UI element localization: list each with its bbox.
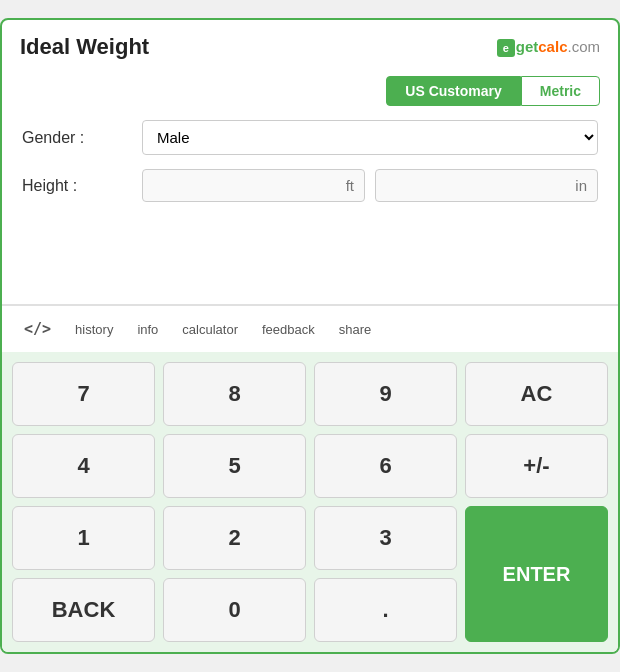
gender-label: Gender : [22,129,142,147]
logo-calc: calc [538,38,567,55]
key-3[interactable]: 3 [314,506,457,570]
key-2[interactable]: 2 [163,506,306,570]
gender-row: Gender : Male Female [20,120,600,155]
key-enter[interactable]: ENTER [465,506,608,642]
key-back[interactable]: BACK [12,578,155,642]
key-8[interactable]: 8 [163,362,306,426]
calculator-container: Ideal Weight egetcalc.com US Customary M… [0,18,620,654]
gender-select[interactable]: Male Female [142,120,598,155]
key-6[interactable]: 6 [314,434,457,498]
header-area: Ideal Weight egetcalc.com US Customary M… [2,20,618,305]
unit-metric[interactable]: Metric [521,76,600,106]
key-4[interactable]: 4 [12,434,155,498]
key-7[interactable]: 7 [12,362,155,426]
key-5[interactable]: 5 [163,434,306,498]
height-inputs [142,169,598,202]
key-ac[interactable]: AC [465,362,608,426]
nav-share[interactable]: share [327,318,384,341]
nav-info[interactable]: info [125,318,170,341]
logo-get: get [516,38,539,55]
keypad: 7 8 9 AC 4 5 6 +/- 1 2 3 ENTER BACK 0 . [2,352,618,652]
top-row: Ideal Weight egetcalc.com [20,34,600,60]
nav-history[interactable]: history [63,318,125,341]
logo-icon: e [497,39,515,57]
height-control [142,169,598,202]
toolbar-nav: </> history info calculator feedback sha… [2,305,618,352]
unit-us-customary[interactable]: US Customary [386,76,520,106]
nav-calculator[interactable]: calculator [170,318,250,341]
logo-suffix: .com [567,38,600,55]
key-9[interactable]: 9 [314,362,457,426]
nav-code[interactable]: </> [12,316,63,342]
key-plusminus[interactable]: +/- [465,434,608,498]
key-1[interactable]: 1 [12,506,155,570]
height-ft-input[interactable] [142,169,365,202]
nav-feedback[interactable]: feedback [250,318,327,341]
unit-toggle: US Customary Metric [20,76,600,106]
height-label: Height : [22,177,142,195]
logo: egetcalc.com [497,38,600,57]
key-dot[interactable]: . [314,578,457,642]
app-title: Ideal Weight [20,34,149,60]
key-0[interactable]: 0 [163,578,306,642]
height-in-input[interactable] [375,169,598,202]
height-row: Height : [20,169,600,202]
gender-control: Male Female [142,120,598,155]
form-spacer [20,216,600,296]
